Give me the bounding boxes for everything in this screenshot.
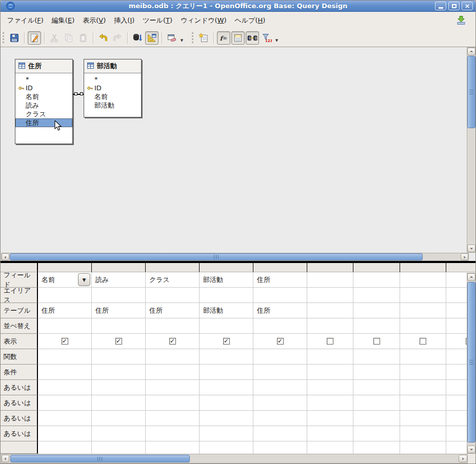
cell-visible-col4[interactable]: [200, 334, 253, 349]
cell-or4-col2[interactable]: [92, 426, 146, 441]
cell-function-col1[interactable]: [38, 349, 92, 365]
cell-table-col4[interactable]: 部活動: [200, 303, 253, 318]
scroll-down-icon[interactable]: [467, 245, 475, 252]
cell-table-col6[interactable]: [307, 303, 353, 318]
menu-tools[interactable]: ツール(T): [138, 13, 176, 28]
cell-or3-col2[interactable]: [92, 411, 146, 426]
grid-column-header-8[interactable]: [400, 263, 446, 272]
toolbar-distinct-values-button[interactable]: 123!: [260, 31, 273, 45]
cell-table-col7[interactable]: [353, 303, 400, 318]
table-box-title[interactable]: 部活動: [84, 59, 141, 73]
cell-sort-col6[interactable]: [307, 318, 353, 334]
cell-sort-col5[interactable]: [253, 318, 307, 334]
cell-field-col2[interactable]: 読み: [92, 272, 146, 288]
cell-criterion-col4[interactable]: [200, 365, 253, 380]
grid-vertical-scrollbar[interactable]: [467, 273, 476, 454]
cell-table-col3[interactable]: 住所: [146, 303, 200, 318]
minimize-button[interactable]: [435, 2, 446, 10]
cell-function-col2[interactable]: [92, 349, 146, 365]
cell-sort-col1[interactable]: [38, 318, 92, 334]
visible-checkbox[interactable]: [223, 338, 230, 345]
scroll-left-icon[interactable]: [2, 455, 9, 462]
menu-help[interactable]: ヘルプ(H): [231, 13, 270, 28]
grid-column-header-3[interactable]: [146, 263, 200, 272]
cell-or1-col1[interactable]: [38, 380, 92, 395]
close-button[interactable]: ×: [462, 2, 473, 10]
cell-sort-col8[interactable]: [400, 318, 446, 334]
toolbar-grip-2[interactable]: [192, 32, 193, 43]
scroll-right-icon[interactable]: [459, 455, 467, 462]
cell-field-col7[interactable]: [353, 272, 400, 288]
cell-function-col6[interactable]: [307, 349, 353, 365]
menu-edit[interactable]: 編集(E): [48, 13, 78, 28]
pane-splitter[interactable]: [1, 261, 475, 263]
grid-column-header-6[interactable]: [307, 263, 353, 272]
menu-window[interactable]: ウィンドウ(W): [176, 13, 231, 28]
cell-criterion-col5[interactable]: [253, 365, 307, 380]
grid-column-header-4[interactable]: [200, 263, 253, 272]
cell-sort-col4[interactable]: [200, 318, 253, 334]
table-field[interactable]: *: [84, 75, 141, 84]
cell-or4-col8[interactable]: [400, 426, 446, 441]
visible-checkbox[interactable]: [420, 338, 426, 345]
table-field[interactable]: ID: [84, 84, 141, 92]
cell-table-col1[interactable]: 住所: [38, 303, 92, 318]
cell-or2-col4[interactable]: [200, 395, 253, 411]
cell-criterion-col1[interactable]: [38, 365, 92, 380]
toolbar-distinct-values-dropdown[interactable]: [274, 31, 280, 45]
toolbar-design-view-button[interactable]: [145, 31, 158, 45]
cell-sort-col7[interactable]: [353, 318, 400, 334]
grid-hscroll-thumb[interactable]: [10, 455, 190, 462]
table-field-selected[interactable]: 住所: [15, 118, 72, 127]
toolbar-save-button[interactable]: [8, 31, 21, 45]
cell-or2-col7[interactable]: [353, 395, 400, 411]
cell-or3-col7[interactable]: [353, 411, 400, 426]
design-horizontal-scrollbar[interactable]: [1, 253, 469, 261]
toolbar-run-query-button[interactable]: [131, 31, 144, 45]
grid-column-header-2[interactable]: [92, 263, 146, 272]
scroll-up-icon[interactable]: [467, 273, 475, 281]
cell-table-col5[interactable]: 住所: [253, 303, 307, 318]
cell-field-col8[interactable]: [400, 272, 446, 288]
cell-function-col3[interactable]: [146, 349, 200, 365]
cell-or2-col2[interactable]: [92, 395, 146, 411]
visible-checkbox[interactable]: [277, 338, 284, 345]
menu-view[interactable]: 表示(V): [78, 13, 110, 28]
cell-or1-col3[interactable]: [146, 380, 200, 395]
cell-or3-col6[interactable]: [307, 411, 353, 426]
cell-alias-col3[interactable]: [146, 288, 200, 303]
cell-or1-col4[interactable]: [200, 380, 253, 395]
grid-column-header-7[interactable]: [353, 263, 400, 272]
cell-or1-col2[interactable]: [92, 380, 146, 395]
cell-alias-col7[interactable]: [353, 288, 400, 303]
table-field[interactable]: 名前: [15, 92, 72, 101]
cell-field-col1[interactable]: 名前: [38, 272, 92, 288]
cell-visible-col6[interactable]: [307, 334, 353, 349]
cell-sort-col2[interactable]: [92, 318, 146, 334]
cell-visible-col3[interactable]: [146, 334, 200, 349]
toolbar-functions-button[interactable]: f∞: [217, 31, 230, 45]
cell-alias-col2[interactable]: [92, 288, 146, 303]
cell-or3-col3[interactable]: [146, 411, 200, 426]
cell-visible-col5[interactable]: [253, 334, 307, 349]
cell-field-col5[interactable]: 住所: [253, 272, 307, 288]
toolbar-clear-query-button[interactable]: [165, 31, 179, 45]
table-box-2[interactable]: 部活動*ID名前部活動: [84, 59, 142, 117]
grid-horizontal-scrollbar[interactable]: [1, 454, 468, 463]
cell-table-col2[interactable]: 住所: [92, 303, 146, 318]
cell-field-col4[interactable]: 部活動: [200, 272, 253, 288]
scroll-up-icon[interactable]: [467, 48, 475, 55]
cell-criterion-col2[interactable]: [92, 365, 146, 380]
scroll-left-icon[interactable]: [2, 253, 9, 260]
table-field[interactable]: ID: [15, 84, 72, 92]
cell-visible-col8[interactable]: [400, 334, 446, 349]
cell-or3-col5[interactable]: [253, 411, 307, 426]
cell-or1-col5[interactable]: [253, 380, 307, 395]
cell-or1-col7[interactable]: [353, 380, 400, 395]
visible-checkbox[interactable]: [373, 338, 380, 345]
cell-alias-col1[interactable]: [38, 288, 92, 303]
cell-function-col7[interactable]: [353, 349, 400, 365]
cell-or1-col8[interactable]: [400, 380, 446, 395]
cell-or4-col1[interactable]: [38, 426, 92, 441]
cell-criterion-col3[interactable]: [146, 365, 200, 380]
